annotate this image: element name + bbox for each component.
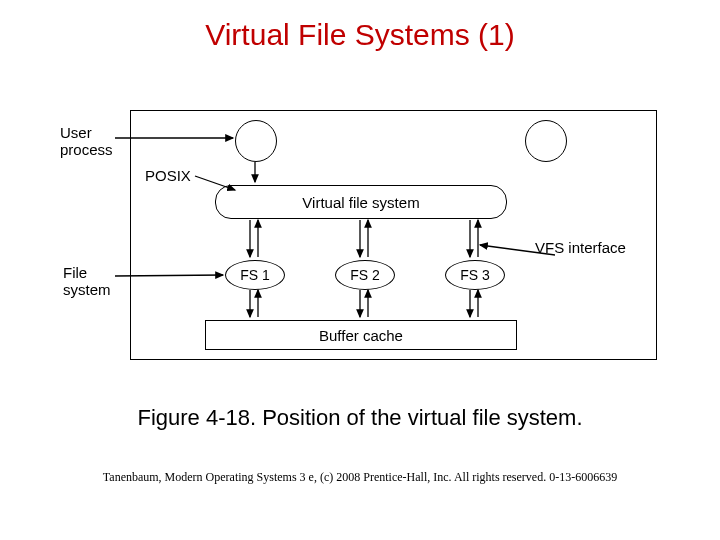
figure-caption: Figure 4-18. Position of the virtual fil… — [0, 405, 720, 431]
vfs-diagram: User process POSIX VFS interface File sy… — [65, 110, 655, 360]
svg-line-3 — [115, 275, 223, 276]
diagram-arrows — [65, 110, 655, 360]
svg-line-1 — [195, 176, 235, 190]
copyright-footer: Tanenbaum, Modern Operating Systems 3 e,… — [0, 470, 720, 485]
page-title: Virtual File Systems (1) — [0, 0, 720, 52]
svg-line-4 — [480, 245, 555, 255]
